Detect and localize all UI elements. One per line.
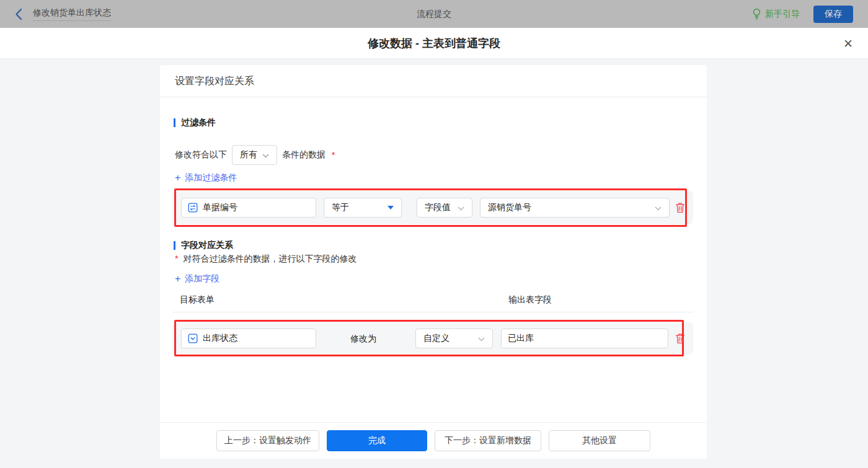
- other-settings-button[interactable]: 其他设置: [549, 430, 650, 451]
- back-icon[interactable]: [15, 8, 23, 20]
- column-divider: [172, 312, 693, 312]
- value-type-select[interactable]: 字段值: [417, 198, 472, 218]
- save-button[interactable]: 保存: [813, 6, 853, 23]
- app-header: 修改销货单出库状态 流程提交 新手引导 保存: [0, 0, 868, 28]
- chevron-down-icon: [655, 203, 662, 213]
- filter-section-title: 过滤条件: [174, 117, 216, 128]
- operator-select[interactable]: 等于: [324, 198, 402, 218]
- value-mode-select[interactable]: 自定义: [415, 329, 493, 348]
- mapping-column-headers: 目标表单 输出表字段: [160, 294, 707, 308]
- match-prefix-label: 修改符合以下: [175, 149, 227, 161]
- lightbulb-icon: [752, 8, 761, 20]
- done-button[interactable]: 完成: [327, 430, 427, 451]
- chevron-down-icon: [262, 150, 269, 160]
- trash-icon: [675, 202, 685, 213]
- plus-icon: +: [175, 275, 180, 283]
- add-filter-link[interactable]: + 添加过滤条件: [175, 172, 237, 183]
- flow-name[interactable]: 修改销货单出库状态: [33, 7, 111, 21]
- app-root: 修改销货单出库状态 流程提交 新手引导 保存 修改数据 - 主表到普通字段 ✕ …: [0, 0, 868, 468]
- section-accent-bar: [174, 118, 175, 127]
- section-accent-bar: [174, 241, 175, 250]
- settings-panel: 设置字段对应关系 过滤条件 修改符合以下 所有 条件的数据 * + 添加过滤条件: [160, 65, 707, 459]
- mapping-description: * 对符合过滤条件的数据，进行以下字段的修改: [175, 254, 356, 265]
- trash-icon: [675, 333, 685, 344]
- target-field-input[interactable]: 出库状态: [181, 329, 316, 348]
- delete-condition-button[interactable]: [675, 201, 686, 214]
- next-step-button[interactable]: 下一步：设置新增数据: [435, 430, 541, 451]
- modal-title: 修改数据 - 主表到普通字段: [0, 28, 868, 59]
- column-target-form: 目标表单: [180, 294, 215, 306]
- add-field-link[interactable]: + 添加字段: [175, 273, 219, 285]
- modal-header: 修改数据 - 主表到普通字段 ✕: [0, 28, 868, 59]
- match-type-select[interactable]: 所有: [232, 145, 277, 165]
- beginner-guide-link[interactable]: 新手引导: [752, 8, 800, 20]
- tab-process-submit: 流程提交: [417, 9, 451, 20]
- serial-number-field-icon: [188, 203, 198, 213]
- plus-icon: +: [175, 174, 180, 182]
- prev-step-button[interactable]: 上一步：设置触发动作: [216, 430, 319, 451]
- mapping-section-title: 字段对应关系: [174, 240, 233, 251]
- beginner-guide-label: 新手引导: [765, 9, 800, 20]
- field-mapping-row: 出库状态 修改为 自定义 已出库: [172, 322, 693, 355]
- match-condition-row: 修改符合以下 所有 条件的数据 *: [175, 145, 335, 165]
- column-output-field: 输出表字段: [508, 294, 552, 306]
- select-field-icon: [188, 333, 198, 343]
- required-asterisk: *: [175, 254, 178, 263]
- close-icon[interactable]: ✕: [843, 28, 853, 59]
- caret-down-icon: [388, 206, 394, 210]
- panel-header: 设置字段对应关系: [160, 65, 707, 97]
- match-suffix-label: 条件的数据: [282, 149, 326, 161]
- custom-value-input[interactable]: 已出库: [501, 329, 668, 348]
- value-select[interactable]: 源销货单号: [480, 198, 670, 218]
- chevron-down-icon: [478, 333, 485, 343]
- required-asterisk: *: [332, 150, 335, 160]
- chevron-down-icon: [458, 203, 464, 213]
- filter-field-input[interactable]: 单据编号: [181, 198, 316, 218]
- delete-mapping-button[interactable]: [675, 332, 686, 345]
- modify-to-label: 修改为: [350, 333, 376, 345]
- filter-condition-row: 单据编号 等于 字段值 源销货单号: [172, 191, 693, 224]
- panel-footer: 上一步：设置触发动作 完成 下一步：设置新增数据 其他设置: [160, 422, 707, 459]
